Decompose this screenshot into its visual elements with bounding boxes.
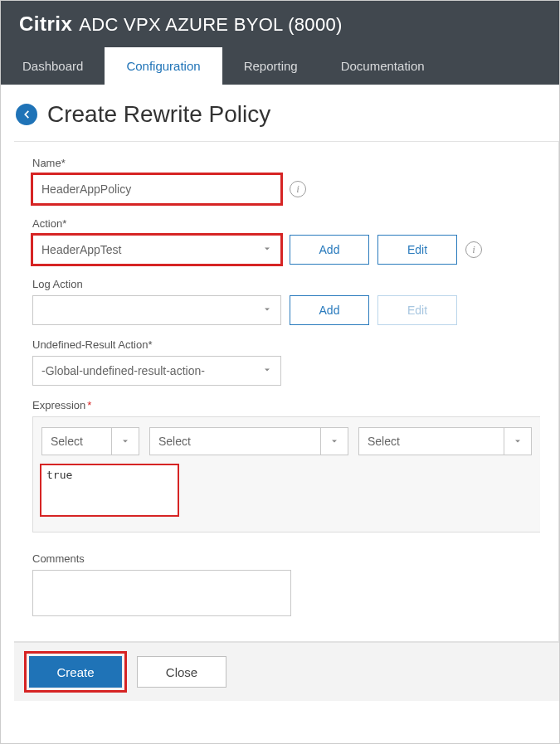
- info-icon[interactable]: i: [290, 181, 306, 197]
- undefined-result-selected-value: -Global-undefined-result-action-: [41, 364, 205, 377]
- comments-label: Comments: [32, 552, 540, 565]
- info-icon[interactable]: i: [465, 241, 482, 258]
- name-input[interactable]: [32, 174, 281, 204]
- create-button[interactable]: Create: [29, 656, 122, 688]
- chevron-down-icon: [262, 243, 272, 256]
- page-title: Create Rewrite Policy: [47, 101, 270, 128]
- action-select[interactable]: HeaderAppTest: [32, 235, 281, 265]
- name-label: Name: [32, 157, 540, 169]
- expression-textarea[interactable]: [40, 464, 179, 517]
- chevron-down-icon: [111, 428, 130, 455]
- comments-textarea[interactable]: [32, 570, 291, 616]
- brand-name: Citrix: [19, 12, 72, 36]
- expression-select-3[interactable]: Select: [358, 427, 532, 455]
- expression-select-2[interactable]: Select: [149, 427, 348, 455]
- expression-select-3-value: Select: [368, 435, 400, 448]
- undefined-result-select[interactable]: -Global-undefined-result-action-: [32, 356, 281, 386]
- action-selected-value: HeaderAppTest: [41, 243, 122, 256]
- log-action-add-button[interactable]: Add: [290, 295, 369, 325]
- name-field: Name i: [32, 157, 540, 204]
- expression-select-2-value: Select: [158, 435, 191, 448]
- form-footer: Create Close: [14, 642, 559, 701]
- chevron-down-icon: [504, 428, 523, 455]
- tab-dashboard[interactable]: Dashboard: [1, 47, 105, 85]
- undefined-result-label: Undefined-Result Action: [32, 338, 540, 351]
- comments-field: Comments: [32, 552, 540, 620]
- form-area: Name i Action HeaderAppTest Add Edit i L…: [14, 141, 559, 642]
- back-button[interactable]: [16, 104, 37, 125]
- expression-builder: Select Select Select: [32, 416, 540, 532]
- log-action-edit-button: Edit: [377, 295, 457, 325]
- log-action-label: Log Action: [32, 278, 540, 290]
- undefined-result-field: Undefined-Result Action -Global-undefine…: [32, 338, 540, 386]
- action-label: Action: [32, 217, 540, 230]
- close-button[interactable]: Close: [137, 656, 226, 688]
- chevron-down-icon: [320, 428, 339, 455]
- page-body: Create Rewrite Policy Name i Action Head…: [1, 85, 559, 701]
- expression-label: Expression*: [32, 399, 540, 411]
- action-add-button[interactable]: Add: [290, 235, 369, 265]
- action-field: Action HeaderAppTest Add Edit i: [32, 217, 540, 265]
- chevron-down-icon: [262, 304, 272, 317]
- log-action-field: Log Action Add Edit: [32, 278, 540, 325]
- expression-select-1[interactable]: Select: [41, 427, 139, 455]
- main-tabs: Dashboard Configuration Reporting Docume…: [1, 47, 559, 85]
- product-name: ADC VPX AZURE BYOL (8000): [79, 14, 342, 36]
- chevron-down-icon: [262, 364, 272, 377]
- expression-select-1-value: Select: [51, 435, 83, 448]
- action-edit-button[interactable]: Edit: [377, 235, 457, 265]
- log-action-select[interactable]: [32, 295, 281, 325]
- expression-field: Expression* Select Select Select: [32, 399, 540, 532]
- tab-configuration[interactable]: Configuration: [105, 47, 222, 85]
- page-title-row: Create Rewrite Policy: [1, 93, 559, 141]
- arrow-left-icon: [21, 109, 32, 120]
- tab-documentation[interactable]: Documentation: [319, 47, 446, 85]
- tab-reporting[interactable]: Reporting: [222, 47, 319, 85]
- app-header: Citrix ADC VPX AZURE BYOL (8000): [1, 1, 559, 47]
